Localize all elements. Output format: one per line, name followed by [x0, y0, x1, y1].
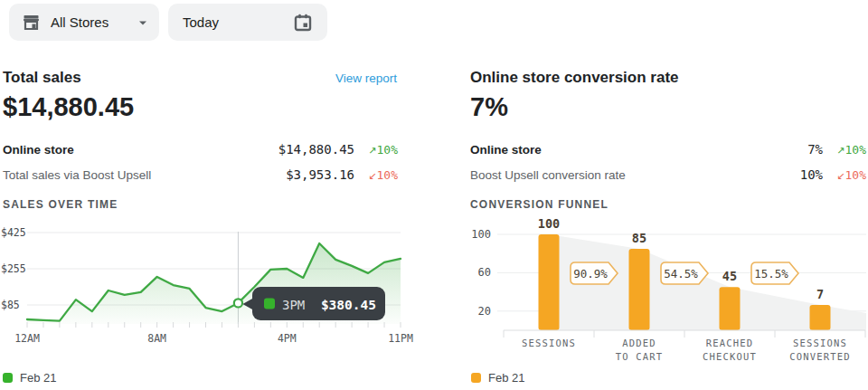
delta-badge: ↙10%	[823, 168, 866, 182]
funnel-bar[interactable]	[629, 249, 650, 330]
category-label: CONVERTED	[789, 351, 851, 362]
metric-row-boost-upsell-rate: Boost Upsell conversion rate 10% ↙10%	[470, 165, 866, 185]
total-sales-title: Total sales	[3, 69, 81, 87]
storefront-icon	[22, 13, 41, 32]
y-axis-label: 20	[478, 305, 491, 318]
metric-label: Online store	[470, 143, 807, 157]
analytics-dashboard: All Stores Today Total sales View report…	[0, 0, 868, 390]
category-label: ADDED	[622, 338, 656, 348]
trend-down-icon: ↙	[368, 170, 376, 182]
delta-badge: ↗10%	[354, 143, 398, 157]
metric-row-boost-upsell-sales: Total sales via Boost Upsell $3,953.16 ↙…	[3, 165, 398, 185]
metric-row-online-store-sales: Online store $14,880.45 ↗10%	[3, 139, 398, 159]
metric-row-online-store-rate: Online store 7% ↗10%	[470, 139, 866, 159]
category-label: CHECKOUT	[703, 351, 757, 362]
delta-badge: ↙10%	[354, 168, 398, 182]
metric-value: 10%	[800, 167, 823, 182]
y-axis-label: 100	[471, 228, 491, 241]
total-sales-header: Total sales View report	[3, 69, 397, 87]
legend-label: Feb 21	[488, 371, 524, 385]
bar-value-label: 45	[722, 269, 737, 283]
metric-label: Boost Upsell conversion rate	[470, 168, 800, 182]
sales-legend: Feb 21	[3, 371, 56, 385]
category-label: SESSIONS	[793, 338, 847, 348]
conversion-badge-label: 54.5%	[664, 267, 698, 281]
date-filter-button[interactable]: Today	[168, 4, 327, 41]
conversion-badge-label: 15.5%	[754, 267, 788, 281]
total-sales-value: $14,880.45	[3, 92, 134, 122]
conversion-funnel-chart[interactable]: 10060201008545790.9%54.5%15.5%SESSIONSAD…	[0, 217, 868, 366]
metric-label: Total sales via Boost Upsell	[3, 168, 286, 182]
view-report-link[interactable]: View report	[335, 71, 397, 85]
trend-down-icon: ↙	[836, 170, 844, 182]
category-label: REACHED	[706, 338, 754, 348]
funnel-legend: Feb 21	[471, 371, 524, 385]
category-label: TO CART	[616, 351, 664, 362]
y-axis-label: 60	[478, 266, 491, 279]
legend-label: Feb 21	[20, 371, 56, 385]
store-filter-button[interactable]: All Stores	[9, 4, 159, 41]
conversion-funnel-heading: CONVERSION FUNNEL	[470, 198, 609, 211]
calendar-icon	[293, 13, 313, 33]
conversion-badge-label: 90.9%	[573, 267, 608, 281]
funnel-bar[interactable]	[810, 305, 831, 330]
sales-over-time-heading: SALES OVER TIME	[3, 198, 118, 211]
bar-value-label: 100	[538, 216, 560, 231]
funnel-bar[interactable]	[720, 287, 741, 330]
conversion-title: Online store conversion rate	[470, 69, 679, 87]
conversion-rate-value: 7%	[470, 92, 508, 122]
store-filter-label: All Stores	[51, 14, 108, 30]
metric-value: $14,880.45	[278, 142, 354, 157]
metric-value: 7%	[807, 142, 823, 157]
metric-value: $3,953.16	[286, 167, 354, 182]
metric-label: Online store	[3, 143, 278, 157]
bar-value-label: 7	[816, 287, 824, 301]
trend-up-icon: ↗	[368, 145, 376, 157]
category-label: SESSIONS	[522, 338, 576, 348]
funnel-bar[interactable]	[539, 234, 560, 330]
chevron-down-icon	[139, 21, 146, 28]
delta-badge: ↗10%	[823, 143, 866, 157]
legend-swatch-green	[3, 373, 13, 383]
conversion-header: Online store conversion rate	[470, 69, 866, 87]
date-filter-label: Today	[183, 14, 219, 30]
legend-swatch-orange	[471, 373, 481, 383]
trend-up-icon: ↗	[836, 145, 844, 157]
bar-value-label: 85	[632, 231, 646, 245]
